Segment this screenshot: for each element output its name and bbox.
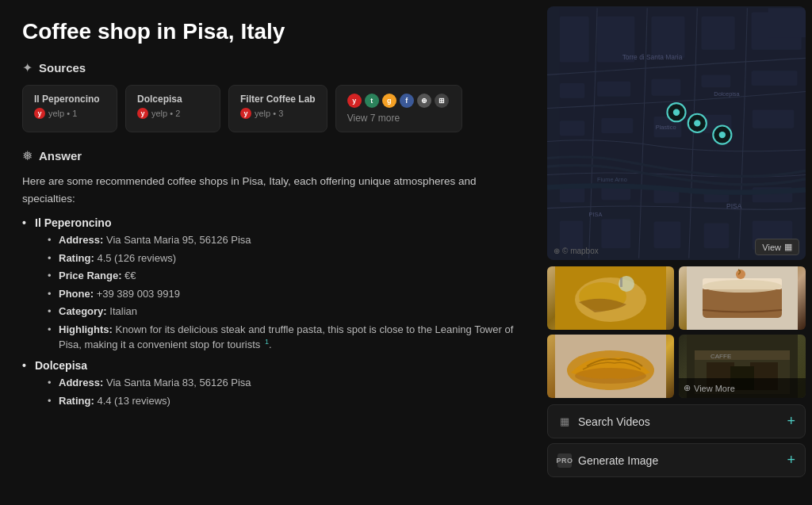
search-videos-left: ▦ Search Videos [557, 415, 650, 429]
answer-section: ❅ Answer Here are some recommended coffe… [22, 148, 525, 408]
right-panel: Torre di Santa Maria Plastico Dolcepisa … [547, 0, 812, 505]
icon-other2: ⊞ [435, 94, 449, 108]
entry-title-1: Il Peperoncino [22, 216, 525, 229]
detail-rating-1: Rating: 4.5 (126 reviews) [48, 251, 525, 266]
source-name-3: Filter Coffee Lab [240, 94, 316, 105]
svg-rect-12 [560, 121, 585, 136]
svg-text:PISA: PISA [589, 211, 603, 218]
svg-text:Torre di Santa Maria: Torre di Santa Maria [622, 53, 683, 61]
icon-ta: t [365, 94, 379, 108]
icon-yelp: y [347, 94, 362, 108]
source-meta-1: y yelp • 1 [34, 108, 105, 119]
svg-point-30 [694, 120, 700, 126]
coffee-entry-1: Il Peperoncino Address: Via Santa Maria … [22, 216, 525, 353]
photo-3[interactable] [547, 335, 674, 398]
view-more-overlay[interactable]: ⊕ View More [679, 378, 806, 398]
detail-price-1: Price Range: €€ [48, 268, 525, 284]
source-meta-3: y yelp • 3 [240, 108, 316, 119]
generate-image-label: Generate Image [578, 454, 658, 467]
answer-header: ❅ Answer [22, 148, 525, 163]
search-videos-row[interactable]: ▦ Search Videos + [547, 404, 806, 438]
svg-rect-43 [620, 277, 622, 287]
detail-address-2: Address: Via Santa Maria 83, 56126 Pisa [48, 375, 525, 391]
map-attribution: ⊕ © mapbox [553, 247, 599, 255]
sources-grid: Il Peperoncino y yelp • 1 Dolcepisa y ye… [22, 85, 525, 132]
sources-header: ✦ Sources [22, 60, 525, 75]
source-name-2: Dolcepisa [137, 94, 209, 105]
svg-rect-10 [702, 75, 731, 87]
answer-title: Answer [39, 149, 82, 163]
svg-point-47 [703, 280, 782, 293]
svg-rect-8 [597, 82, 630, 97]
source-platform-2: yelp • 2 [151, 109, 180, 118]
svg-rect-6 [768, 8, 806, 37]
map-container: Torre di Santa Maria Plastico Dolcepisa … [547, 6, 806, 260]
search-videos-icon: ▦ [557, 415, 572, 429]
svg-rect-1 [560, 17, 589, 63]
pro-badge-icon: PRO [557, 453, 572, 468]
svg-rect-9 [651, 79, 680, 96]
generate-image-plus: + [787, 452, 795, 469]
sources-title: Sources [39, 61, 86, 75]
svg-rect-7 [560, 83, 585, 98]
source-card-2[interactable]: Dolcepisa y yelp • 2 [125, 85, 220, 132]
detail-rating-2: Rating: 4.4 (13 reviews) [48, 393, 525, 409]
svg-rect-16 [753, 110, 795, 128]
search-videos-plus: + [787, 413, 795, 430]
svg-rect-17 [560, 187, 585, 202]
svg-point-28 [673, 109, 680, 116]
yelp-icon-3: y [240, 108, 251, 119]
svg-rect-11 [752, 71, 798, 86]
answer-intro: Here are some recommended coffee shops i… [22, 173, 525, 207]
svg-rect-24 [654, 221, 681, 248]
search-videos-label: Search Videos [578, 415, 650, 428]
svg-rect-25 [704, 224, 730, 249]
entry-details-2: Address: Via Santa Maria 83, 56126 Pisa … [22, 375, 525, 408]
source-name-1: Il Peperoncino [34, 94, 105, 105]
icon-other1: ⊕ [417, 94, 431, 108]
view-more-text: View More [694, 384, 735, 393]
answer-icon: ❅ [22, 148, 33, 163]
map-view-button[interactable]: View ▦ [755, 239, 799, 255]
detail-category-1: Category: Italian [48, 304, 525, 319]
detail-highlights-1: Highlights: Known for its delicious stea… [48, 322, 525, 353]
entry-details-1: Address: Via Santa Maria 95, 56126 Pisa … [22, 232, 525, 353]
map-svg: Torre di Santa Maria Plastico Dolcepisa … [547, 6, 806, 260]
coffee-entry-2: Dolcepisa Address: Via Santa Maria 83, 5… [22, 359, 525, 408]
photo-2[interactable] [679, 266, 806, 330]
generate-image-row[interactable]: PRO Generate Image + [547, 443, 806, 477]
svg-rect-3 [651, 17, 684, 59]
svg-rect-23 [601, 219, 630, 248]
svg-rect-4 [702, 17, 735, 50]
photo-grid: CAFFE ⊕ View More [547, 266, 806, 398]
svg-rect-57 [695, 350, 790, 360]
detail-phone-1: Phone: +39 389 003 9919 [48, 286, 525, 302]
svg-point-51 [575, 368, 646, 384]
svg-text:Plastico: Plastico [656, 124, 676, 131]
page-title: Coffee shop in Pisa, Italy [22, 19, 525, 44]
yelp-icon-1: y [34, 108, 45, 119]
photo-4[interactable]: CAFFE ⊕ View More [679, 335, 806, 398]
photo-1[interactable] [547, 266, 674, 330]
mapbox-logo: ⊕ [553, 247, 560, 255]
svg-point-48 [736, 270, 745, 279]
yelp-icon-2: y [137, 108, 148, 119]
svg-text:Dolcepisa: Dolcepisa [714, 90, 740, 98]
svg-text:Fiume Arno: Fiume Arno [597, 176, 627, 183]
view-more-icon: ⊕ [684, 383, 691, 393]
source-more[interactable]: y t g f ⊕ ⊞ View 7 more [335, 85, 462, 132]
svg-rect-13 [601, 118, 633, 133]
source-card-1[interactable]: Il Peperoncino y yelp • 1 [22, 85, 117, 132]
left-panel: Coffee shop in Pisa, Italy ✦ Sources Il … [0, 0, 547, 505]
source-card-3[interactable]: Filter Coffee Lab y yelp • 3 [228, 85, 327, 132]
view-more-label: View 7 more [347, 113, 450, 124]
map-view-icon: ▦ [784, 242, 792, 252]
svg-text:PISA: PISA [726, 202, 742, 210]
ref-1: 1 [265, 338, 269, 346]
detail-address-1: Address: Via Santa Maria 95, 56126 Pisa [48, 232, 525, 248]
source-meta-2: y yelp • 2 [137, 108, 209, 119]
svg-rect-22 [560, 220, 583, 250]
generate-image-left: PRO Generate Image [557, 453, 658, 468]
source-platform-3: yelp • 3 [255, 109, 283, 118]
svg-point-32 [719, 132, 726, 138]
